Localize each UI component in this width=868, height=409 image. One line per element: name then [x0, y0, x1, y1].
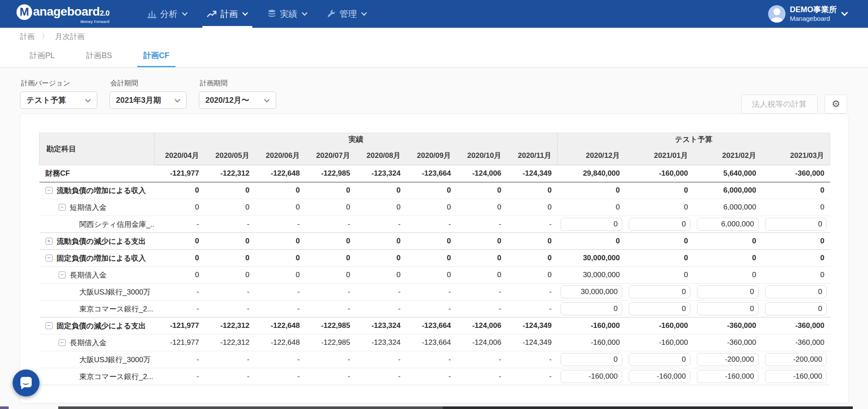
expand-toggle-icon[interactable]: +	[46, 238, 53, 245]
plan-value-input[interactable]	[561, 302, 622, 315]
actual-value-cell: -123,664	[406, 334, 457, 351]
actual-value-cell: -	[306, 351, 356, 368]
table-row: 関西シティ信用金庫_...--------	[40, 216, 830, 233]
actual-value-cell: 0	[406, 199, 457, 216]
plan-value-input[interactable]	[629, 218, 690, 231]
chevron-down-icon	[264, 96, 270, 105]
plan-value-cell: -160,000	[558, 334, 626, 351]
plan-value-cell: 0	[626, 267, 694, 284]
collapse-toggle-icon[interactable]: −	[46, 322, 53, 329]
user-menu[interactable]: DEMO事業所 Manageboard	[768, 5, 848, 23]
actual-value-cell: 0	[205, 182, 255, 199]
actual-value-cell: -122,312	[205, 317, 255, 334]
plan-value-input[interactable]	[561, 353, 622, 366]
chat-launcher-button[interactable]	[13, 370, 40, 396]
collapse-toggle-icon[interactable]: −	[59, 339, 66, 346]
actual-value-cell: -	[155, 216, 205, 233]
plan-value-input[interactable]	[561, 370, 622, 383]
filter-select[interactable]: 2020/12月〜	[199, 92, 276, 109]
plan-value-input[interactable]	[765, 302, 827, 315]
filter-select-value: 2020/12月〜	[205, 95, 249, 105]
chevron-down-icon	[85, 96, 91, 105]
filter-select[interactable]: 2021年3月期	[109, 92, 187, 109]
filter-1: 計画バージョンテスト予算	[20, 68, 97, 109]
month-header: 2020/10月	[457, 146, 507, 165]
actual-value-cell: -123,324	[356, 165, 406, 182]
settings-gear-button[interactable]: ⚙	[825, 95, 847, 114]
plan-input-cell	[558, 368, 626, 385]
top-nav: M anageboard2.0 Money Forward 分析計画実績管理 D…	[0, 0, 868, 28]
filter-select-value: 2021年3月期	[116, 95, 161, 105]
actual-value-cell: -122,648	[255, 317, 306, 334]
actual-value-cell: 0	[507, 267, 558, 284]
plan-value-input[interactable]	[629, 302, 690, 315]
plan-value-input[interactable]	[629, 353, 690, 366]
table-row: −長期借入金-121,977-122,312-122,648-122,985-1…	[40, 334, 830, 351]
table-row: −流動負債の増加による収入00000000006,000,0000	[40, 182, 830, 199]
actual-value-cell: 0	[255, 199, 306, 216]
actual-value-cell: 0	[406, 182, 457, 199]
breadcrumb-separator-icon: 〉	[42, 33, 48, 41]
actual-value-cell: -123,324	[356, 334, 406, 351]
filter-select[interactable]: テスト予算	[20, 92, 97, 109]
actual-value-cell: -124,349	[507, 165, 558, 182]
account-label: 固定負債の減少による支出	[57, 321, 146, 331]
plan-value-cell: 30,000,000	[558, 267, 626, 284]
collapse-toggle-icon[interactable]: −	[59, 272, 66, 278]
plan-value-input[interactable]	[697, 302, 759, 315]
plan-value-input[interactable]	[629, 370, 690, 383]
plan-value-input[interactable]	[765, 285, 827, 298]
actual-value-cell: 0	[507, 182, 558, 199]
collapse-toggle-icon[interactable]: −	[46, 255, 53, 262]
plan-input-cell	[626, 284, 694, 301]
plan-value-input[interactable]	[629, 285, 690, 298]
actual-value-cell: 0	[306, 182, 356, 199]
actual-value-cell: 0	[406, 233, 457, 250]
plan-value-input[interactable]	[697, 370, 759, 383]
plan-input-cell	[694, 301, 762, 317]
plan-value-input[interactable]	[697, 285, 759, 298]
actual-value-cell: -	[255, 284, 306, 301]
actual-value-cell: -	[155, 368, 205, 385]
actual-value-cell: -	[406, 351, 457, 368]
collapse-toggle-icon[interactable]: −	[59, 204, 66, 211]
tab-計画PL[interactable]: 計画PL	[23, 50, 61, 67]
actual-value-cell: -	[155, 351, 205, 368]
plan-value-input[interactable]	[765, 370, 827, 383]
account-label: 長期借入金	[70, 338, 107, 348]
month-header: 2020/06月	[255, 146, 306, 165]
table-row: −固定負債の減少による支出-121,977-122,312-122,648-12…	[40, 317, 830, 334]
plan-value-input[interactable]	[561, 285, 622, 298]
plan-value-input[interactable]	[765, 218, 827, 231]
nav-item-label: 実績	[280, 8, 297, 20]
corporate-tax-calc-button[interactable]: 法人税等の計算	[741, 95, 818, 114]
chevron-down-icon	[175, 96, 180, 105]
actual-value-cell: -	[406, 368, 457, 385]
plan-value-cell: 30,000,000	[558, 250, 626, 267]
plan-value-input[interactable]	[561, 218, 622, 231]
actual-value-cell: -	[205, 368, 255, 385]
nav-item-管理[interactable]: 管理	[317, 0, 376, 28]
collapse-toggle-icon[interactable]: −	[46, 187, 53, 194]
actual-value-cell: 0	[356, 250, 406, 267]
nav-item-計画[interactable]: 計画	[197, 0, 257, 28]
plan-value-input[interactable]	[697, 353, 759, 366]
actual-value-cell: 0	[205, 267, 255, 284]
plan-value-input[interactable]	[765, 353, 827, 366]
chevron-down-icon	[302, 12, 307, 16]
tab-計画CF[interactable]: 計画CF	[137, 50, 175, 67]
nav-item-分析[interactable]: 分析	[138, 0, 197, 28]
actual-value-cell: 0	[306, 250, 356, 267]
manageboard-logo[interactable]: M anageboard2.0 Money Forward	[17, 4, 109, 24]
actual-value-cell: -123,664	[406, 165, 457, 182]
breadcrumb-item[interactable]: 計画	[20, 32, 35, 42]
actual-value-cell: -122,312	[205, 165, 255, 182]
actual-value-cell: 0	[457, 199, 507, 216]
actual-value-cell: -	[255, 301, 306, 317]
tab-計画BS[interactable]: 計画BS	[80, 50, 118, 67]
nav-item-実績[interactable]: 実績	[257, 0, 317, 28]
account-label: 大阪USJ銀行_3000万	[79, 355, 151, 365]
main-menu: 分析計画実績管理	[138, 0, 376, 28]
filter-select-value: テスト予算	[26, 95, 66, 105]
plan-value-input[interactable]	[697, 218, 759, 231]
